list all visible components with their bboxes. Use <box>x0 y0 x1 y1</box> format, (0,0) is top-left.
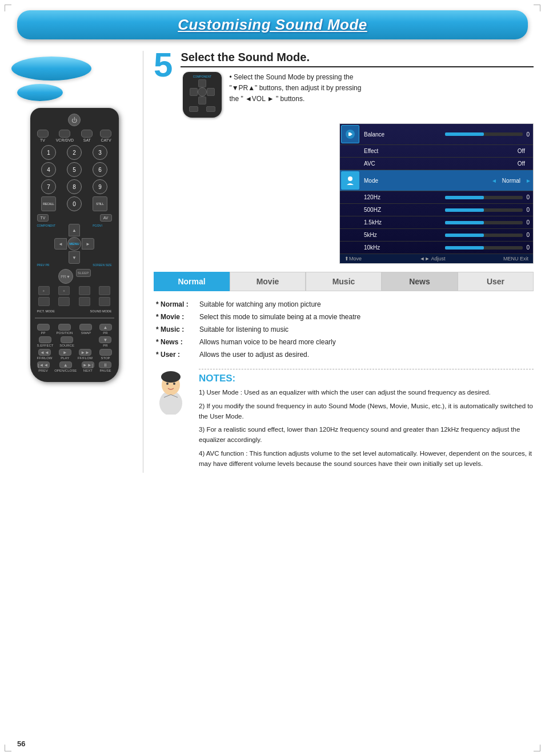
num-1-button[interactable]: 1 <box>41 145 56 160</box>
osd-nav-exit: MENU Exit <box>503 256 528 262</box>
play-button[interactable]: ► PLAY <box>59 349 71 360</box>
vcrdvd-button[interactable]: VCR/DVD <box>56 130 74 142</box>
seffect-button[interactable]: S.EFFECT <box>37 336 54 347</box>
tv-button[interactable]: TV <box>37 130 49 142</box>
num-9-button[interactable]: 9 <box>93 179 107 194</box>
svg-point-4 <box>161 371 181 383</box>
icon-btn-3[interactable] <box>79 286 90 295</box>
pr-up-bottom[interactable]: ▲ PR <box>99 324 112 335</box>
stop-button[interactable]: STOP <box>99 349 112 360</box>
pr-down-bottom[interactable]: ▼ PR <box>99 336 111 347</box>
tab-music[interactable]: Music <box>306 272 382 291</box>
dpad-up-button[interactable]: ▲ <box>69 224 80 236</box>
av-btn[interactable]: AV <box>100 214 112 222</box>
notes-title: NOTES: <box>199 373 534 384</box>
dpad-center-button[interactable]: MENU <box>67 237 81 251</box>
osd-10khz-label: 10kHz <box>360 244 442 251</box>
corner-mark-tr <box>534 5 540 11</box>
num-4-button[interactable]: 4 <box>41 162 56 177</box>
menu-icon-btn[interactable]: ≡ <box>38 286 50 295</box>
osd-mode-value: Normal <box>499 178 524 184</box>
pause-button[interactable]: ⏸ PAUSE <box>99 361 111 372</box>
osd-inner: Balance 0 Effect Off <box>340 124 533 263</box>
osd-120hz-value: 0 <box>526 194 533 200</box>
tab-user[interactable]: User <box>458 272 534 291</box>
pr-down-button[interactable]: PR▼ <box>58 269 73 284</box>
num-3-button[interactable]: 3 <box>93 145 107 160</box>
icon-btn-8[interactable] <box>99 297 110 306</box>
mini-right <box>207 88 215 96</box>
osd-mode-arrow-left: ◄ <box>490 178 499 184</box>
dpad-left-button[interactable]: ◄ <box>54 238 67 250</box>
mini-down <box>198 96 206 104</box>
icon-btn-4[interactable] <box>99 286 110 295</box>
corner-mark-bl <box>5 745 11 751</box>
recall-button[interactable]: RECALL <box>41 196 56 211</box>
prev-button[interactable]: |◄◄ PREV <box>37 361 50 372</box>
ffflow-button[interactable]: ►► FF/FLOW <box>78 349 93 360</box>
osd-5khz-bar <box>445 234 523 237</box>
osd-5khz-fill <box>445 234 484 237</box>
mini-btn-2 <box>206 106 215 112</box>
sound-mode-label[interactable]: SOUND MODE <box>90 309 112 313</box>
notes-mascot <box>154 369 191 415</box>
still-button[interactable]: STILL <box>93 196 107 211</box>
svg-point-6 <box>173 383 175 385</box>
component-label: COMPONENT <box>37 224 56 227</box>
power-button[interactable]: ⏻ <box>68 114 81 126</box>
osd-500hz-bar <box>445 208 523 212</box>
pp-button[interactable]: PP <box>37 324 50 335</box>
desc-user-text: Allows the user to adjust as desired. <box>199 349 531 360</box>
tab-movie[interactable]: Movie <box>230 272 306 291</box>
mini-remote: COMPONENT <box>183 72 222 118</box>
tab-news[interactable]: News <box>382 272 458 291</box>
tv-btn[interactable]: TV <box>37 214 49 222</box>
num-6-button[interactable]: 6 <box>93 162 107 177</box>
osd-120hz-label: 120Hz <box>360 194 442 200</box>
mini-small-row <box>185 106 219 112</box>
num-7-button[interactable]: 7 <box>41 179 56 194</box>
catv-button[interactable]: CATV <box>100 130 111 142</box>
left-column: ⏻ TV VCR/DVD SAT CATV <box>11 51 137 473</box>
list-icon-btn[interactable]: ≡ <box>58 286 70 295</box>
icon-btn-7[interactable] <box>79 297 90 306</box>
mini-left <box>190 88 198 96</box>
desc-music: * Music : Suitable for listening to musi… <box>156 324 531 335</box>
osd-container: Balance 0 Effect Off <box>339 123 534 264</box>
osd-mode-label: Mode <box>360 178 490 184</box>
icon-btn-6[interactable] <box>58 297 70 306</box>
rbot-row-1: PP POSITION SWAP ▲ PR <box>37 324 112 335</box>
desc-music-label: * Music : <box>156 324 195 335</box>
remote-bottom-section: PP POSITION SWAP ▲ PR <box>35 321 114 372</box>
rbot-row-4: |◄◄ PREV ▲ OPEN/CLOSE ►►| NEXT ⏸ PAUSE <box>37 361 112 372</box>
osd-row-avc: AVC Off <box>340 158 533 170</box>
openclose-button[interactable]: ▲ OPEN/CLOSE <box>54 361 77 372</box>
sat-button[interactable]: SAT <box>81 130 93 142</box>
corner-mark-br <box>534 745 540 751</box>
sleep-button[interactable]: SLEEP <box>76 269 91 277</box>
tv-button-shape <box>37 130 49 138</box>
source-button[interactable]: SOURCE <box>59 336 74 347</box>
position-button[interactable]: POSITION <box>57 324 73 335</box>
sound-descriptions: * Normal : Suitable for watching any mot… <box>154 299 534 360</box>
num-5-button[interactable]: 5 <box>67 162 82 177</box>
desc-movie: * Movie : Select this mode to simulate b… <box>156 312 531 322</box>
osd-15khz-bar <box>445 221 523 224</box>
num-0-button[interactable]: 0 <box>67 196 82 211</box>
osd-120hz-bar <box>445 196 523 199</box>
pict-mode-label[interactable]: PICT. MODE <box>37 309 55 313</box>
num-2-button[interactable]: 2 <box>67 145 82 160</box>
osd-balance-fill <box>445 132 484 136</box>
num-8-button[interactable]: 8 <box>67 179 82 194</box>
next-button[interactable]: ►►| NEXT <box>82 361 94 372</box>
step-title: Select the Sound Mode. <box>181 51 534 67</box>
tab-normal[interactable]: Normal <box>154 272 230 291</box>
dpad-down-button[interactable]: ▼ <box>69 251 80 264</box>
icon-btn-5[interactable] <box>38 297 50 306</box>
notes-section: NOTES: 1) User Mode : Used as an equaliz… <box>154 369 534 473</box>
mini-center <box>198 87 207 96</box>
note-item-3: 3) For a realistic sound effect, lower t… <box>199 425 534 445</box>
ffrlow-button[interactable]: ◄◄ FF/RLOW <box>37 349 53 360</box>
swap-button[interactable]: SWAP <box>79 324 92 335</box>
mini-dpad <box>190 79 215 104</box>
